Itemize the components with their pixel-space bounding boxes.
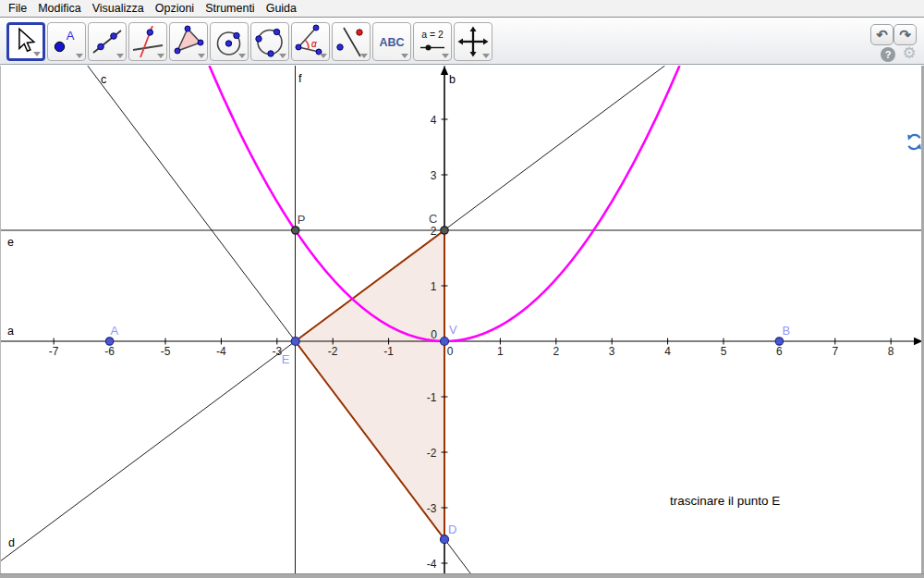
- x-axis-zero-label: 0: [447, 345, 454, 358]
- tool-move-pointer[interactable]: [6, 22, 45, 61]
- point-label-B: B: [782, 324, 790, 338]
- point-A[interactable]: [105, 338, 113, 345]
- tool-dropdown-arrow-icon[interactable]: [360, 54, 368, 58]
- point-label-C: C: [429, 212, 437, 226]
- svg-text:A: A: [67, 29, 75, 43]
- tool-dropdown-arrow-icon[interactable]: [116, 54, 124, 58]
- settings-button[interactable]: ⚙: [899, 43, 919, 64]
- y-axis-tick-label: -4: [427, 558, 437, 571]
- line-label-c: c: [101, 73, 106, 86]
- point-V[interactable]: [441, 338, 449, 346]
- x-axis-tick-label: -6: [104, 345, 115, 358]
- x-axis-tick-label: 6: [776, 345, 783, 358]
- tool-dropdown-arrow-icon[interactable]: [442, 54, 449, 58]
- menu-item-visualizza[interactable]: Visualizza: [87, 1, 150, 16]
- point-P[interactable]: [292, 227, 299, 234]
- tool-new-point[interactable]: A: [47, 22, 86, 61]
- tool-dropdown-arrow-icon[interactable]: [401, 54, 408, 58]
- tool-conic-through-points[interactable]: [250, 22, 289, 61]
- tool-dropdown-arrow-icon[interactable]: [279, 54, 286, 58]
- x-axis-tick-label: 4: [664, 345, 671, 358]
- x-axis-tick-label: 8: [888, 345, 894, 358]
- point-label-E: E: [282, 352, 290, 366]
- point-label-P: P: [298, 213, 306, 227]
- toolbar: A: [0, 18, 924, 65]
- menu-item-file[interactable]: File: [3, 1, 32, 16]
- tool-insert-text[interactable]: ABC: [372, 22, 411, 61]
- caption-text: trascinare il punto E: [670, 494, 780, 508]
- y-axis-tick-label: -1: [427, 391, 437, 404]
- y-axis-tick-label: 4: [431, 114, 437, 127]
- x-axis-tick-label: -7: [49, 345, 59, 358]
- line-label-f: f: [298, 72, 302, 85]
- x-axis-tick-label: 1: [497, 345, 504, 358]
- x-axis-tick-label: -1: [383, 345, 394, 358]
- point-label-D: D: [448, 523, 456, 536]
- tool-dropdown-arrow-icon[interactable]: [33, 52, 41, 56]
- tool-dropdown-arrow-icon[interactable]: [320, 54, 327, 58]
- slider-tool-label: a = 2: [421, 29, 444, 40]
- point-label-V: V: [449, 323, 457, 337]
- x-axis-tick-label: 3: [609, 345, 615, 358]
- line-label-a: a: [7, 325, 14, 338]
- svg-text:α: α: [311, 39, 317, 49]
- x-axis-tick-label: 7: [832, 345, 838, 358]
- help-button[interactable]: ?: [881, 47, 895, 62]
- tool-dropdown-arrow-icon[interactable]: [238, 54, 246, 58]
- help-icon: ?: [885, 49, 892, 60]
- tool-circle-with-center[interactable]: [210, 22, 249, 61]
- menu-item-opzioni[interactable]: Opzioni: [150, 1, 200, 16]
- tool-reflect-about-line[interactable]: [332, 22, 371, 61]
- tool-dropdown-arrow-icon[interactable]: [157, 54, 164, 58]
- menu-item-strumenti[interactable]: Strumenti: [200, 1, 261, 16]
- redo-button[interactable]: ↷: [894, 24, 917, 45]
- undo-button[interactable]: ↶: [870, 24, 894, 45]
- point-E[interactable]: [291, 338, 299, 346]
- x-axis-tick-label: -4: [216, 345, 226, 358]
- tool-polygon[interactable]: [169, 22, 208, 61]
- tool-dropdown-arrow-icon[interactable]: [76, 54, 83, 58]
- x-axis-tick-label: -5: [161, 345, 171, 358]
- menu-item-modifica[interactable]: Modifica: [32, 1, 87, 16]
- y-axis-arrow-icon: [441, 67, 448, 76]
- y-axis-tick-label: -2: [427, 447, 437, 460]
- x-axis-tick-label: 2: [553, 345, 559, 358]
- graphics-view[interactable]: -7-6-5-4-3-2-1123456784321-1-2-3-400abcd…: [0, 66, 924, 578]
- tool-angle[interactable]: α: [291, 22, 330, 61]
- line-label-d: d: [8, 536, 15, 549]
- y-axis-zero-label: 0: [431, 328, 437, 341]
- window-bottom-edge: [0, 573, 924, 578]
- tool-move-graphics-view[interactable]: [454, 22, 492, 61]
- gear-icon: ⚙: [902, 44, 916, 62]
- tool-perpendicular-line[interactable]: [128, 22, 167, 61]
- triangle-cde[interactable]: [296, 230, 445, 539]
- line-label-e: e: [7, 236, 14, 249]
- undo-icon: ↶: [876, 27, 888, 43]
- line-label-b: b: [449, 73, 456, 86]
- tool-line-through-two-points[interactable]: [88, 22, 127, 61]
- menu-bar: FileModificaVisualizzaOpzioniStrumentiGu…: [0, 0, 924, 18]
- menu-item-guida[interactable]: Guida: [261, 1, 302, 16]
- y-axis-tick-label: 1: [431, 280, 437, 293]
- x-axis-tick-label: 5: [721, 345, 727, 358]
- graphics-canvas[interactable]: -7-6-5-4-3-2-1123456784321-1-2-3-400abcd…: [1, 66, 924, 578]
- y-axis-tick-label: -3: [427, 502, 437, 515]
- tool-dropdown-arrow-icon[interactable]: [482, 54, 490, 58]
- point-C[interactable]: [441, 227, 448, 234]
- redo-icon: ↷: [899, 27, 911, 43]
- tool-slider[interactable]: a = 2: [413, 22, 452, 61]
- y-axis-tick-label: 2: [431, 225, 437, 238]
- point-B[interactable]: [775, 338, 783, 345]
- point-label-A: A: [111, 324, 119, 338]
- y-axis-tick-label: 3: [431, 169, 437, 182]
- text-tool-label: ABC: [379, 36, 404, 49]
- x-axis-tick-label: -2: [328, 345, 338, 358]
- tool-dropdown-arrow-icon[interactable]: [198, 54, 205, 58]
